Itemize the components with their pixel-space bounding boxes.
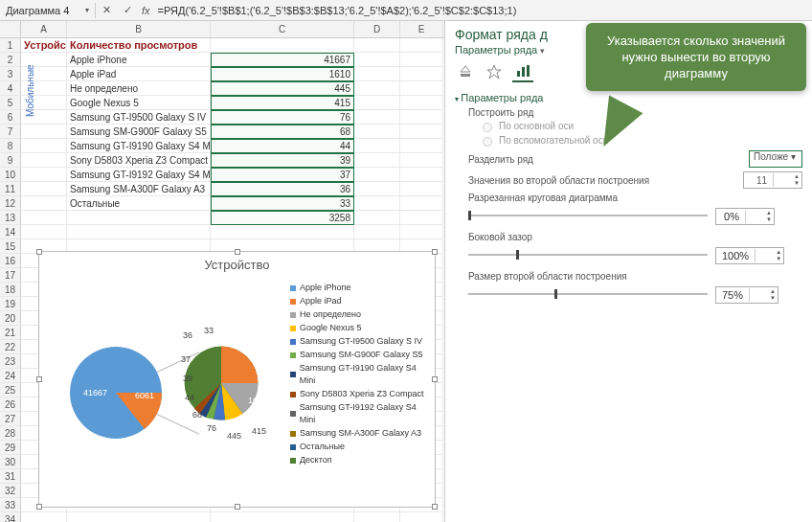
row-header[interactable]: 12 bbox=[0, 196, 21, 211]
col-header[interactable]: D bbox=[354, 21, 400, 37]
cell[interactable] bbox=[211, 512, 354, 522]
legend-item[interactable]: Остальные bbox=[290, 441, 429, 453]
second-size-slider[interactable] bbox=[468, 287, 708, 301]
cell[interactable] bbox=[354, 153, 400, 168]
legend-item[interactable]: Apple iPhone bbox=[290, 282, 429, 294]
cell[interactable] bbox=[67, 225, 211, 239]
row-header[interactable]: 28 bbox=[0, 426, 21, 441]
cell[interactable] bbox=[21, 139, 67, 153]
row-header[interactable]: 23 bbox=[0, 354, 21, 369]
gap-slider[interactable] bbox=[468, 248, 708, 261]
cell[interactable] bbox=[354, 38, 400, 53]
row-header[interactable]: 34 bbox=[0, 512, 21, 522]
second-count-input[interactable]: 11▲▼ bbox=[743, 171, 802, 189]
fx-icon[interactable]: fx bbox=[138, 5, 154, 16]
cell[interactable]: 76 bbox=[211, 110, 354, 125]
fill-icon[interactable] bbox=[455, 61, 476, 82]
name-box[interactable]: Диаграмма 4 ▾ bbox=[0, 3, 96, 18]
cell[interactable] bbox=[400, 211, 443, 225]
col-header[interactable]: C bbox=[211, 21, 354, 37]
chevron-down-icon[interactable]: ▾ bbox=[85, 6, 89, 14]
row-header[interactable]: 25 bbox=[0, 383, 21, 397]
cell[interactable] bbox=[354, 182, 400, 196]
row-header[interactable]: 24 bbox=[0, 369, 21, 383]
cell[interactable] bbox=[400, 225, 443, 239]
row-header[interactable]: 33 bbox=[0, 498, 21, 512]
cell[interactable] bbox=[21, 182, 67, 196]
row-header[interactable]: 19 bbox=[0, 297, 21, 311]
legend-item[interactable]: Google Nexus 5 bbox=[290, 322, 429, 334]
legend-item[interactable]: Sony D5803 Xperia Z3 Compact bbox=[290, 388, 429, 400]
cell[interactable] bbox=[211, 38, 354, 53]
row-header[interactable]: 17 bbox=[0, 268, 21, 283]
cell[interactable]: 33 bbox=[211, 196, 354, 211]
cell[interactable]: 3258 bbox=[211, 211, 354, 225]
gap-value[interactable]: 100%▲▼ bbox=[715, 247, 784, 264]
row-header[interactable]: 3 bbox=[0, 67, 21, 81]
legend-item[interactable]: Samsung SM-G900F Galaxy S5 bbox=[290, 349, 429, 361]
cell[interactable]: 39 bbox=[211, 153, 354, 168]
split-select[interactable]: Положе ▾ bbox=[749, 150, 802, 168]
cell[interactable] bbox=[354, 225, 400, 239]
cell[interactable] bbox=[354, 125, 400, 139]
cell[interactable]: 68 bbox=[211, 125, 354, 139]
row-header[interactable]: 10 bbox=[0, 168, 21, 182]
cell[interactable] bbox=[354, 53, 400, 67]
row-header[interactable]: 7 bbox=[0, 125, 21, 139]
cell[interactable] bbox=[354, 96, 400, 110]
cell[interactable]: 36 bbox=[211, 182, 354, 196]
cell[interactable] bbox=[400, 125, 443, 139]
cell[interactable] bbox=[67, 512, 211, 522]
legend-item[interactable]: Не определено bbox=[290, 308, 429, 321]
cell[interactable] bbox=[400, 196, 443, 211]
row-header[interactable]: 32 bbox=[0, 484, 21, 498]
section-series-options[interactable]: Параметры ряда bbox=[455, 92, 802, 103]
cell[interactable]: 415 bbox=[211, 96, 354, 110]
row-header[interactable]: 21 bbox=[0, 326, 21, 340]
row-header[interactable]: 29 bbox=[0, 441, 21, 455]
cell[interactable]: Остальные bbox=[67, 196, 211, 211]
confirm-icon[interactable]: ✓ bbox=[117, 4, 138, 16]
cell[interactable]: Samsung SM-G900F Galaxy S5 bbox=[67, 125, 211, 139]
cell[interactable]: Samsung GT-I9190 Galaxy S4 Mini bbox=[67, 139, 211, 153]
cell[interactable] bbox=[21, 153, 67, 168]
col-header[interactable]: A bbox=[21, 21, 67, 37]
cell[interactable] bbox=[354, 168, 400, 182]
row-header[interactable]: 27 bbox=[0, 412, 21, 426]
row-header[interactable]: 8 bbox=[0, 139, 21, 153]
cell[interactable] bbox=[400, 139, 443, 153]
cell[interactable] bbox=[21, 168, 67, 182]
cell[interactable] bbox=[354, 110, 400, 125]
second-size-value[interactable]: 75%▲▼ bbox=[715, 286, 778, 304]
cell[interactable] bbox=[354, 512, 400, 522]
legend-item[interactable]: Samsung GT-I9500 Galaxy S IV bbox=[290, 335, 429, 348]
row-header[interactable]: 6 bbox=[0, 110, 21, 125]
cell[interactable] bbox=[21, 196, 67, 211]
embedded-chart[interactable]: Устройство 41667 6061 36 bbox=[38, 251, 436, 508]
row-header[interactable]: 30 bbox=[0, 455, 21, 469]
cell[interactable]: Не определено bbox=[67, 81, 211, 96]
cell[interactable] bbox=[354, 196, 400, 211]
cell[interactable]: 41667 bbox=[211, 53, 354, 67]
legend-item[interactable]: Samsung GT-I9190 Galaxy S4 Mini bbox=[290, 362, 429, 387]
row-header[interactable]: 13 bbox=[0, 211, 21, 225]
legend-item[interactable]: Samsung SM-A300F Galaxy A3 bbox=[290, 427, 429, 440]
row-header[interactable]: 16 bbox=[0, 254, 21, 268]
cell[interactable] bbox=[67, 211, 211, 225]
cell[interactable]: Samsung GT-I9192 Galaxy S4 Mini bbox=[67, 168, 211, 182]
cell[interactable] bbox=[354, 67, 400, 81]
explode-slider[interactable] bbox=[468, 209, 708, 222]
cell[interactable] bbox=[21, 225, 67, 239]
row-header[interactable]: 1 bbox=[0, 38, 21, 53]
cell[interactable] bbox=[354, 211, 400, 225]
cell[interactable]: Apple iPhone bbox=[67, 53, 211, 67]
row-header[interactable]: 9 bbox=[0, 153, 21, 168]
cell[interactable]: Sony D5803 Xperia Z3 Compact bbox=[67, 153, 211, 168]
row-header[interactable]: 15 bbox=[0, 239, 21, 254]
cell[interactable] bbox=[211, 225, 354, 239]
cell[interactable] bbox=[400, 67, 443, 81]
legend-item[interactable]: Десктоп bbox=[290, 454, 429, 466]
cell[interactable] bbox=[354, 139, 400, 153]
cell[interactable] bbox=[400, 153, 443, 168]
cell[interactable] bbox=[400, 110, 443, 125]
